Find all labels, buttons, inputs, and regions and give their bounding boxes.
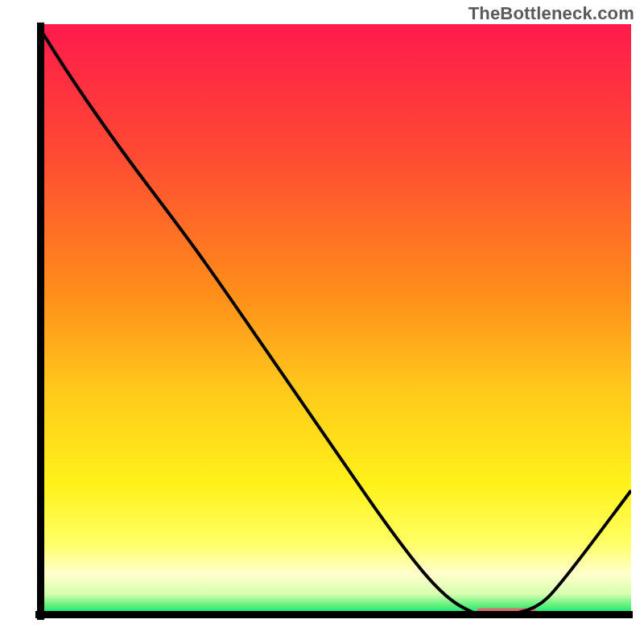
- gradient-background: [41, 24, 632, 615]
- bottleneck-chart: [0, 0, 644, 644]
- plot-area: [37, 24, 631, 617]
- watermark-label: TheBottleneck.com: [469, 3, 634, 24]
- chart-container: TheBottleneck.com: [0, 0, 644, 644]
